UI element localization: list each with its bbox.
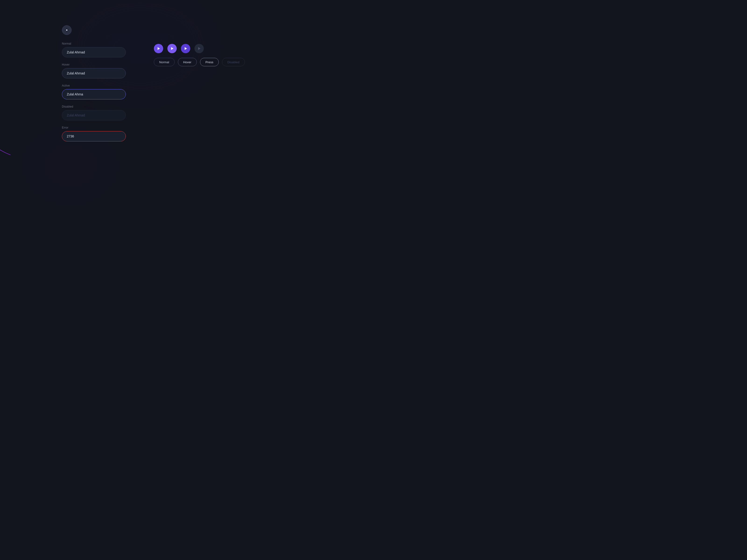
field-group-hover: Hover xyxy=(62,63,126,78)
icon-button-press[interactable] xyxy=(181,44,190,53)
input-disabled xyxy=(62,110,126,121)
icon-button-disabled xyxy=(195,44,204,53)
text-button-normal[interactable]: Normal xyxy=(154,58,175,66)
play-icon-hover xyxy=(171,47,174,50)
svg-marker-6 xyxy=(198,47,201,50)
play-icon-normal xyxy=(157,47,160,50)
input-active[interactable] xyxy=(62,89,126,99)
play-icon-disabled xyxy=(198,47,201,50)
buttons-section: Normal Hover Press Disabled xyxy=(154,42,245,66)
field-group-error: Error xyxy=(62,126,126,141)
icon-buttons-row xyxy=(154,44,204,53)
inputs-section: Normal Hover Active Disabled Error xyxy=(62,42,126,147)
label-active: Active xyxy=(62,84,126,87)
field-group-disabled: Disabled xyxy=(62,105,126,121)
svg-marker-3 xyxy=(158,47,160,50)
input-normal[interactable] xyxy=(62,47,126,57)
svg-marker-4 xyxy=(171,47,174,50)
input-hover[interactable] xyxy=(62,68,126,78)
play-icon-press xyxy=(184,47,187,50)
field-group-active: Active xyxy=(62,84,126,99)
label-hover: Hover xyxy=(62,63,126,66)
icon-button-normal[interactable] xyxy=(154,44,163,53)
input-error[interactable] xyxy=(62,131,126,141)
icon-button-hover[interactable] xyxy=(168,44,177,53)
label-disabled: Disabled xyxy=(62,105,126,108)
field-group-normal: Normal xyxy=(62,42,126,57)
text-buttons-row: Normal Hover Press Disabled xyxy=(154,58,245,66)
text-button-press[interactable]: Press xyxy=(200,58,219,66)
label-normal: Normal xyxy=(62,42,126,45)
text-button-hover[interactable]: Hover xyxy=(178,58,197,66)
svg-marker-5 xyxy=(185,47,187,50)
main-content: Normal Hover Active Disabled Error xyxy=(62,42,245,147)
label-error: Error xyxy=(62,126,126,129)
app-logo xyxy=(62,25,72,35)
text-button-disabled: Disabled xyxy=(222,58,245,66)
svg-point-2 xyxy=(66,29,68,31)
